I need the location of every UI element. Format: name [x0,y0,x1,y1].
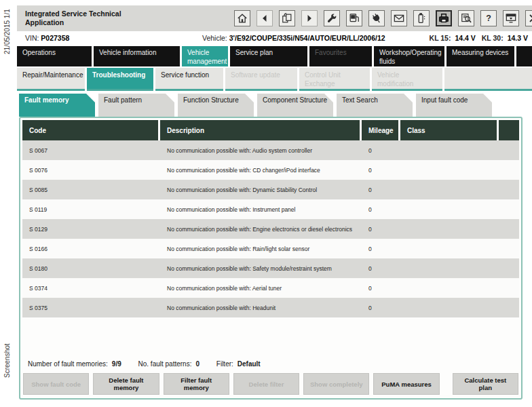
search-report-icon [459,12,473,25]
kl30-label: KL 30: [482,34,504,42]
filter-value: Default [238,360,261,368]
diagnostic-device-button[interactable] [346,10,362,26]
cell-description: No communication possible with: Audio sy… [160,147,360,154]
cell-code: S 0085 [22,187,158,193]
table-row[interactable]: S 0166 No communication possible with: R… [22,239,519,258]
print-margin-strip: 21/05/2015 1/1 Screenshot [0,0,17,407]
nav-service-function[interactable]: Service function [155,68,223,91]
nav-workshop-operating-fluids[interactable]: Workshop/Operating fluids [374,46,444,66]
cell-mileage: 0 [362,285,398,292]
kl15-value: 14.4 V [455,34,475,42]
documents-icon [280,12,294,25]
print-button[interactable] [436,10,452,26]
table-row[interactable]: S 0129 No communication possible with: E… [22,219,519,239]
cell-mileage: 0 [362,246,398,252]
app-title: Integrated Service Technical Application [25,9,121,26]
battery-button[interactable] [413,10,430,26]
filter-fault-memory-button[interactable]: Filter fault memory [164,373,229,395]
secondary-nav: Repair/Maintenance Troubleshooting Servi… [17,68,532,91]
nav-favourites: Favourites [309,46,372,66]
forward-arrow-icon [303,12,316,25]
nav-operations[interactable]: Operations [17,46,92,66]
connection-button[interactable] [368,10,385,26]
back-button[interactable] [256,10,273,26]
cell-mileage: 0 [362,226,398,233]
action-button-row: Show fault code Delete fault memory Filt… [22,373,519,396]
help-button[interactable]: ? [480,10,497,26]
fault-patterns-value: 0 [195,360,200,368]
kl15-label: KL 15: [430,34,451,42]
column-header-extra [499,120,519,140]
messages-button[interactable] [391,10,407,26]
table-row[interactable]: S 0119 No communication possible with: I… [22,199,519,219]
cell-mileage: 0 [362,167,398,174]
close-button[interactable] [525,10,532,26]
vin-value: P027358 [41,34,69,42]
vin-group: VIN: P027358 [25,34,69,42]
nav-vehicle-modification: Vehicle modification [372,68,442,91]
service-button[interactable] [324,10,340,26]
kl30-value: 14.3 V [508,34,528,42]
fault-memory-panel: Code Description Mileage Class S 0067 No… [19,117,522,400]
table-row[interactable]: S 0375 No communication possible with: H… [22,298,519,317]
column-header-mileage: Mileage [362,120,398,140]
forward-button[interactable] [301,10,318,26]
operations-documents-button[interactable] [279,10,295,26]
nav-vehicle-management[interactable]: Vehicle management [182,46,228,66]
primary-nav-filler [516,46,532,66]
fault-patterns-label: No. fault patterns: [138,360,192,368]
cell-mileage: 0 [362,305,398,311]
display-button[interactable] [503,10,519,26]
cell-mileage: 0 [362,187,398,193]
nav-repair-maintenance[interactable]: Repair/Maintenance [17,68,85,91]
back-arrow-icon [258,12,271,25]
close-icon [527,12,532,25]
fault-tabs: Fault memory Fault pattern Function Stru… [19,94,495,117]
primary-nav: Operations Vehicle information Vehicle m… [17,46,532,66]
table-row[interactable]: S 0067 No communication possible with: A… [22,140,519,160]
vehicle-group: Vehicle: 3'/E92/COUPE/335i/N54/AUTO/EUR/… [202,34,385,42]
nav-service-plan[interactable]: Service plan [230,46,307,66]
home-button[interactable] [234,10,250,26]
mail-icon [392,12,406,25]
delete-fault-memory-button[interactable]: Delete fault memory [93,373,159,395]
battery-icon [415,12,428,25]
secondary-nav-filler [444,68,532,91]
table-row[interactable]: S 0180 No communication possible with: S… [22,258,519,278]
cell-code: S 0375 [22,305,158,311]
terminal-voltages: KL 15:14.4 V KL 30:14.3 V [425,34,528,42]
table-header: Code Description Mileage Class [22,120,519,140]
tab-input-fault-code[interactable]: Input fault code [416,94,492,117]
vehicle-info-bar: VIN: P027358 Vehicle: 3'/E92/COUPE/335i/… [17,31,532,46]
diagnostic-device-icon [347,12,361,25]
vin-label: VIN: [25,34,39,42]
nav-vehicle-information[interactable]: Vehicle information [94,46,180,66]
tab-fault-pattern[interactable]: Fault pattern [98,94,174,117]
show-completely-button: Show completely [303,373,369,395]
fault-table-body: S 0067 No communication possible with: A… [22,140,519,317]
tab-function-structure[interactable]: Function Structure [178,94,254,117]
search-report-button[interactable] [458,10,474,26]
app-title-line2: Application [25,18,121,27]
table-row[interactable]: S 0374 No communication possible with: A… [22,278,519,298]
tab-text-search[interactable]: Text Search [337,94,413,117]
calculate-test-plan-button[interactable]: Calculate test plan [453,373,518,395]
tab-component-structure[interactable]: Component Structure [257,94,333,117]
cell-description: No communication possible with: Aerial t… [160,285,360,292]
nav-troubleshooting[interactable]: Troubleshooting [87,68,153,91]
table-row[interactable]: S 0076 No communication possible with: C… [22,160,519,180]
table-row[interactable]: S 0085 No communication possible with: D… [22,180,519,199]
printer-icon [437,12,451,25]
cell-description: No communication possible with: Rain/lig… [160,246,360,252]
column-header-description: Description [160,120,360,140]
vehicle-label: Vehicle: [202,34,227,42]
cell-description: No communication possible with: CD chang… [160,167,360,174]
cell-description: No communication possible with: Dynamic … [160,187,360,193]
puma-measures-button[interactable]: PuMA measures [373,373,439,395]
plug-icon [370,12,383,25]
nav-measuring-devices[interactable]: Measuring devices [446,46,514,66]
tab-fault-memory[interactable]: Fault memory [19,94,95,117]
cell-code: S 0166 [22,246,158,252]
toolbar: ? [234,10,532,26]
column-header-class: Class [400,120,497,140]
